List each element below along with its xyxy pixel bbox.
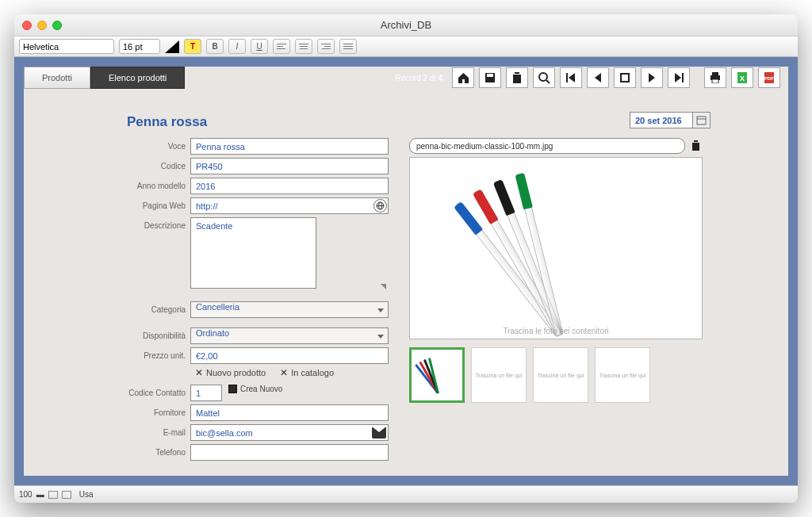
- svg-rect-6: [566, 73, 568, 82]
- align-right-button[interactable]: [317, 39, 335, 54]
- svg-rect-3: [515, 72, 519, 74]
- label-descrizione: Descrizione: [127, 217, 190, 230]
- label-voce: Voce: [127, 138, 190, 151]
- align-left-button[interactable]: [273, 39, 290, 54]
- search-button[interactable]: [533, 67, 555, 88]
- align-center-button[interactable]: [295, 39, 312, 54]
- pens-illustration: [453, 169, 659, 327]
- align-justify-button[interactable]: [339, 39, 357, 54]
- telefono-field[interactable]: [190, 444, 389, 461]
- svg-rect-7: [621, 74, 629, 82]
- next-record-button[interactable]: [641, 67, 663, 88]
- last-record-button[interactable]: [668, 67, 690, 88]
- disponibilita-select[interactable]: Ordinato: [190, 327, 389, 344]
- date-field[interactable]: [630, 112, 693, 128]
- prezzo-field[interactable]: [190, 347, 389, 364]
- crea-nuovo-checkbox[interactable]: Crea Nuovo: [228, 385, 282, 393]
- delete-image-button[interactable]: [688, 138, 703, 154]
- record-list-button[interactable]: [614, 67, 636, 88]
- svg-rect-21: [692, 143, 699, 151]
- font-size-select[interactable]: 16 pt: [119, 39, 160, 54]
- voce-field[interactable]: [190, 138, 389, 155]
- chevron-down-icon: [377, 335, 384, 339]
- svg-rect-8: [682, 73, 684, 82]
- layout-icon-2[interactable]: [62, 491, 71, 499]
- size-ramp-icon: [165, 40, 179, 53]
- bold-button[interactable]: B: [206, 39, 224, 54]
- in-catalogo-checkbox[interactable]: ✕In catalogo: [280, 367, 334, 378]
- label-telefono: Telefono: [127, 444, 190, 457]
- underline-button[interactable]: U: [251, 39, 268, 54]
- codice-contatto-field[interactable]: [190, 385, 222, 401]
- email-field[interactable]: [190, 424, 389, 441]
- statusbar: 100▬ Usa: [14, 485, 798, 503]
- svg-rect-22: [694, 140, 698, 142]
- thumbnail-4[interactable]: Trascina un file qui: [595, 347, 650, 403]
- svg-rect-11: [712, 79, 718, 83]
- svg-rect-16: [697, 117, 706, 124]
- descrizione-field[interactable]: Scadente: [190, 217, 316, 289]
- nuovo-prodotto-checkbox[interactable]: ✕Nuovo prodotto: [195, 367, 266, 378]
- categoria-select[interactable]: Cancelleria: [190, 301, 389, 318]
- label-email: E-mail: [127, 424, 190, 437]
- label-anno: Anno modello: [127, 178, 190, 190]
- label-categoria: Categoria: [127, 301, 190, 314]
- label-codice-contatto: Codice Contatto: [127, 385, 190, 397]
- svg-text:X: X: [740, 75, 745, 82]
- label-prezzo: Prezzo unit.: [127, 347, 190, 360]
- web-field[interactable]: [190, 197, 389, 214]
- svg-rect-1: [487, 74, 493, 77]
- save-button[interactable]: [479, 67, 501, 88]
- tab-prodotti[interactable]: Prodotti: [24, 67, 90, 89]
- globe-icon[interactable]: [373, 199, 387, 213]
- record-counter: Record 2 di 4: [396, 74, 442, 82]
- mode-label: Usa: [79, 490, 94, 499]
- titlebar: Archivi_DB: [14, 14, 798, 36]
- tab-elenco-prodotti[interactable]: Elenco prodotti: [90, 67, 185, 89]
- main-image-container[interactable]: Trascina le foto nei contenitori: [409, 157, 703, 339]
- thumbnail-1[interactable]: [409, 347, 465, 403]
- svg-rect-2: [513, 75, 521, 83]
- svg-rect-10: [712, 72, 718, 75]
- font-select[interactable]: Helvetica: [19, 39, 114, 54]
- label-disponibilita: Disponibilità: [127, 327, 190, 340]
- calendar-icon[interactable]: [693, 112, 710, 128]
- drag-hint-label: Trascina le foto nei contenitori: [503, 327, 608, 335]
- trash-button[interactable]: [506, 67, 528, 88]
- format-toolbar: Helvetica 16 pt T B I U: [14, 36, 798, 57]
- italic-button[interactable]: I: [228, 39, 246, 54]
- export-pdf-button[interactable]: PDF: [758, 67, 780, 88]
- chevron-down-icon: [377, 308, 384, 312]
- svg-text:PDF: PDF: [764, 76, 774, 81]
- fornitore-field[interactable]: [190, 404, 389, 421]
- codice-field[interactable]: [190, 158, 389, 174]
- first-record-button[interactable]: [560, 67, 582, 88]
- text-color-button[interactable]: T: [184, 39, 201, 54]
- anno-field[interactable]: [190, 178, 389, 194]
- home-button[interactable]: [452, 67, 474, 88]
- label-codice: Codice: [127, 158, 190, 170]
- layout-icon[interactable]: [48, 491, 58, 499]
- svg-line-5: [546, 80, 550, 83]
- label-fornitore: Fornitore: [127, 404, 190, 417]
- zoom-level[interactable]: 100: [19, 490, 33, 499]
- resize-handle-icon: [381, 284, 386, 289]
- window-title: Archivi_DB: [14, 19, 798, 31]
- record-toolbar: Record 2 di 4 X PDF: [396, 67, 780, 89]
- prev-record-button[interactable]: [587, 67, 609, 88]
- label-web: Pagina Web: [127, 197, 190, 210]
- mail-icon[interactable]: [372, 427, 386, 438]
- thumbnail-3[interactable]: Trascina un file qui: [533, 347, 588, 403]
- thumbnail-2[interactable]: Trascina un file qui: [471, 347, 527, 403]
- image-filename-field[interactable]: [409, 138, 685, 154]
- export-excel-button[interactable]: X: [731, 67, 753, 88]
- print-button[interactable]: [704, 67, 726, 88]
- svg-point-4: [539, 73, 547, 81]
